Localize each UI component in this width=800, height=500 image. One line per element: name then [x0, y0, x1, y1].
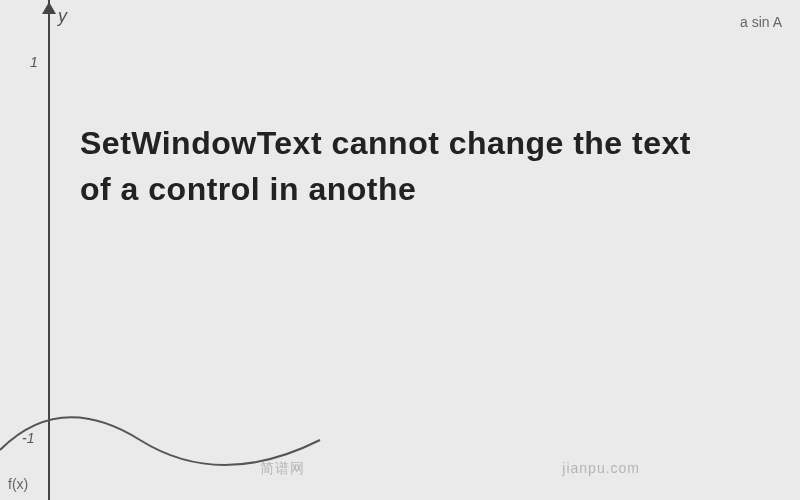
y-axis-label: y	[58, 6, 67, 27]
sine-curve-icon	[0, 380, 800, 500]
tick-1: 1	[30, 54, 38, 70]
watermark-right: jianpu.com	[562, 460, 640, 476]
text-line-1: SetWindowText	[80, 125, 322, 161]
watermark-left: 简谱网	[260, 460, 305, 478]
y-axis-arrow-icon	[42, 2, 56, 14]
main-question-text: SetWindowText cannot change the text of …	[80, 120, 720, 213]
formula-asin: a sin A	[740, 14, 782, 30]
text-line-2: cannot change	[331, 125, 563, 161]
